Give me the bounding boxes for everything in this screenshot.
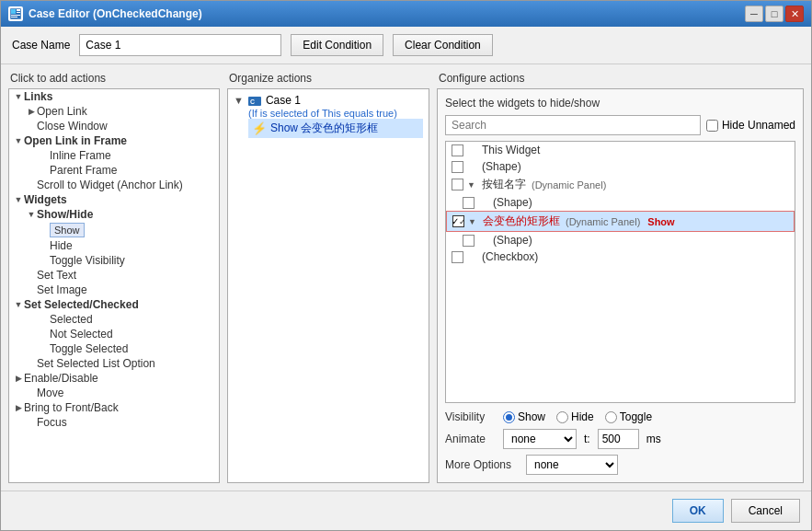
widget-row-shape-2[interactable]: (Shape) bbox=[446, 194, 795, 211]
move-arrow bbox=[26, 387, 37, 398]
links-arrow bbox=[13, 91, 24, 102]
clear-condition-button[interactable]: Clear Condition bbox=[393, 34, 493, 56]
widget-cb-button-panel[interactable] bbox=[452, 179, 463, 190]
tree-item-bring-front-back[interactable]: Bring to Front/Back bbox=[9, 400, 219, 415]
tree-item-not-selected[interactable]: Not Selected bbox=[9, 327, 219, 341]
edit-condition-button[interactable]: Edit Condition bbox=[291, 34, 383, 56]
enable-disable-arrow bbox=[13, 373, 24, 384]
tree-item-close-window[interactable]: Close Window bbox=[9, 119, 219, 133]
tree-item-selected[interactable]: Selected bbox=[9, 312, 219, 327]
focus-label: Focus bbox=[37, 416, 67, 429]
open-link-label: Open Link bbox=[37, 105, 87, 118]
animate-t-label: t: bbox=[584, 433, 590, 445]
tree-item-links[interactable]: Links bbox=[9, 89, 219, 104]
organize-tree[interactable]: ▼ C Case 1 (If is selected of This equal… bbox=[227, 88, 429, 483]
widget-row-button-panel[interactable]: ▼ 按钮名字 (Dynamic Panel) bbox=[446, 175, 795, 194]
move-label: Move bbox=[37, 387, 63, 399]
radio-dot-hide[interactable] bbox=[556, 411, 568, 423]
widget-cb-color-panel[interactable]: ✓ bbox=[452, 215, 464, 227]
toggle-selected-arrow bbox=[39, 343, 50, 354]
tree-item-toggle-visibility[interactable]: Toggle Visibility bbox=[9, 253, 219, 268]
minimize-button[interactable]: ─ bbox=[745, 6, 763, 22]
org-expand-icon: ▼ bbox=[234, 95, 244, 106]
radio-item-show[interactable]: Show bbox=[503, 410, 545, 423]
not-selected-label: Not Selected bbox=[50, 328, 113, 341]
widget-row-color-panel[interactable]: ✓ ▼ 会变色的矩形框 (Dynamic Panel) Show bbox=[446, 211, 795, 232]
set-selected-arrow bbox=[13, 299, 24, 310]
tree-item-set-text[interactable]: Set Text bbox=[9, 268, 219, 283]
selected-arrow bbox=[39, 314, 50, 325]
tree-item-scroll-widget[interactable]: Scroll to Widget (Anchor Link) bbox=[9, 178, 219, 192]
case-name-input[interactable] bbox=[79, 34, 281, 56]
tree-item-move[interactable]: Move bbox=[9, 386, 219, 400]
action-tree[interactable]: Links Open Link Close Window Open Link i… bbox=[8, 88, 220, 483]
parent-frame-label: Parent Frame bbox=[50, 164, 117, 177]
hide-unnamed-label[interactable]: Hide Unnamed bbox=[706, 119, 795, 132]
widget-list[interactable]: This Widget (Shape) ▼ 按钮名字 (Dynamic Pane… bbox=[445, 141, 795, 403]
ok-button[interactable]: OK bbox=[672, 499, 724, 523]
animate-t-input[interactable] bbox=[598, 429, 639, 449]
widget-cb-checkbox[interactable] bbox=[452, 251, 463, 263]
org-case-label: Case 1 bbox=[266, 94, 301, 107]
cancel-button[interactable]: Cancel bbox=[731, 499, 800, 523]
animate-select[interactable]: none bbox=[503, 429, 577, 449]
widget-name-checkbox: (Checkbox) bbox=[482, 250, 538, 263]
tree-item-open-link[interactable]: Open Link bbox=[9, 104, 219, 119]
widget-search-input[interactable] bbox=[445, 115, 701, 135]
close-window-label: Close Window bbox=[37, 120, 108, 133]
widget-cb-shape-3[interactable] bbox=[463, 235, 475, 247]
widget-cb-shape-2[interactable] bbox=[463, 197, 475, 209]
widget-row-checkbox[interactable]: (Checkbox) bbox=[446, 248, 795, 265]
set-text-arrow bbox=[26, 270, 37, 281]
close-button[interactable]: ✕ bbox=[785, 6, 804, 22]
widget-row-shape-1[interactable]: (Shape) bbox=[446, 158, 795, 175]
more-options-select[interactable]: none bbox=[526, 455, 618, 475]
show-hide-arrow bbox=[26, 209, 37, 220]
org-case-header: ▼ C Case 1 bbox=[234, 94, 423, 108]
case-icon: C bbox=[247, 95, 262, 108]
toggle-vis-arrow bbox=[39, 255, 50, 266]
radio-dot-toggle[interactable] bbox=[605, 411, 617, 423]
window-title: Case Editor (OnCheckedChange) bbox=[29, 7, 202, 20]
radio-dot-show[interactable] bbox=[503, 411, 515, 423]
widget-name-button-panel: 按钮名字 bbox=[482, 177, 526, 192]
tree-item-open-link-frame[interactable]: Open Link in Frame bbox=[9, 133, 219, 148]
hide-unnamed-checkbox[interactable] bbox=[706, 120, 718, 132]
widget-cb-shape-1[interactable] bbox=[452, 161, 463, 173]
tree-item-set-image[interactable]: Set Image bbox=[9, 283, 219, 297]
org-action[interactable]: ⚡ Show 会变色的矩形框 bbox=[248, 119, 423, 138]
radio-item-toggle[interactable]: Toggle bbox=[605, 410, 652, 423]
tree-item-show-hide[interactable]: Show/Hide bbox=[9, 207, 219, 222]
tree-item-toggle-selected[interactable]: Toggle Selected bbox=[9, 341, 219, 356]
tree-item-set-selected-list[interactable]: Set Selected List Option bbox=[9, 356, 219, 371]
radio-label-toggle: Toggle bbox=[620, 410, 652, 423]
widget-cb-this-widget[interactable] bbox=[452, 144, 463, 156]
set-selected-list-arrow bbox=[26, 358, 37, 369]
tree-item-inline-frame[interactable]: Inline Frame bbox=[9, 148, 219, 163]
widgets-label: Widgets bbox=[24, 193, 67, 206]
show-tag-color-panel: Show bbox=[647, 216, 674, 227]
maximize-button[interactable]: □ bbox=[765, 6, 783, 22]
bring-front-back-label: Bring to Front/Back bbox=[24, 401, 119, 414]
tree-item-enable-disable[interactable]: Enable/Disable bbox=[9, 371, 219, 386]
widget-name-this-widget: This Widget bbox=[482, 144, 540, 156]
radio-label-show: Show bbox=[518, 410, 545, 423]
open-link-arrow bbox=[26, 106, 37, 117]
svg-rect-4 bbox=[11, 15, 20, 16]
set-text-label: Set Text bbox=[37, 269, 76, 282]
widget-search-bar: Hide Unnamed bbox=[445, 115, 795, 135]
hide-arrow bbox=[39, 240, 50, 251]
tree-item-show[interactable]: Show bbox=[9, 222, 219, 238]
tree-item-parent-frame[interactable]: Parent Frame bbox=[9, 163, 219, 178]
radio-item-hide[interactable]: Hide bbox=[556, 410, 594, 423]
radio-label-hide: Hide bbox=[571, 410, 594, 423]
tree-item-set-selected[interactable]: Set Selected/Checked bbox=[9, 297, 219, 312]
widget-row-shape-3[interactable]: (Shape) bbox=[446, 232, 795, 248]
tree-item-widgets[interactable]: Widgets bbox=[9, 192, 219, 207]
widget-name-color-panel: 会变色的矩形框 bbox=[483, 214, 560, 229]
set-image-arrow bbox=[26, 284, 37, 295]
tree-item-hide[interactable]: Hide bbox=[9, 238, 219, 253]
widget-arrow-button-panel: ▼ bbox=[467, 180, 478, 190]
tree-item-focus[interactable]: Focus bbox=[9, 415, 219, 430]
widget-row-this-widget[interactable]: This Widget bbox=[446, 142, 795, 158]
